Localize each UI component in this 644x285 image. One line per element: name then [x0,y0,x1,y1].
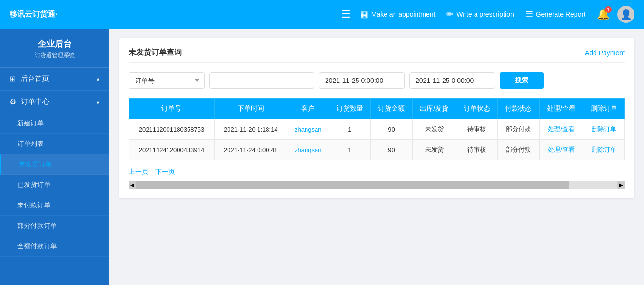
full-paid-label: 全额付款订单 [17,242,57,250]
report-label: Generate Report [536,10,585,18]
sidebar-item-order-list[interactable]: 订单列表 [0,134,109,154]
cell-qty: 1 [329,140,370,160]
sidebar-item-unshipped[interactable]: 未发货订单 [0,154,109,175]
cell-order-status: 待审核 [456,140,497,160]
cell-delete[interactable]: 删除订单 [583,119,625,140]
cell-delivery: 未发货 [412,119,456,140]
appointment-action[interactable]: ▦ Make an appointment [360,9,436,20]
col-order-no: 订单号 [129,99,215,119]
header-actions: ▦ Make an appointment ✏ Write a prescrip… [360,9,585,20]
order-list-label: 订单列表 [17,140,44,147]
appointment-icon: ▦ [360,9,368,20]
cell-delete[interactable]: 删除订单 [583,140,625,160]
notification-button[interactable]: 🔔 1 [597,8,610,20]
cell-delivery: 未发货 [412,140,456,160]
col-amount: 订货金额 [371,99,412,119]
sidebar-item-orders-label: 订单中心 [21,97,50,106]
cell-customer: zhangsan [287,140,329,160]
cell-order-status: 待审核 [456,119,497,140]
col-qty: 订货数量 [329,99,370,119]
next-page-button[interactable]: 下一页 [155,168,175,175]
prescription-action[interactable]: ✏ Write a prescription [446,9,514,20]
sidebar-item-shipped[interactable]: 已发货订单 [0,175,109,195]
report-icon: ☰ [525,9,533,20]
cell-order-time: 2021-11-24 0:00:48 [214,140,287,160]
cell-payment-status: 部分付款 [498,140,539,160]
dashboard-icon: ⊞ [10,74,16,83]
action-button[interactable]: 处理/查看 [548,146,575,153]
avatar[interactable]: 👤 [617,6,634,23]
scroll-right-arrow[interactable]: ▶ [617,181,625,189]
unpaid-label: 未付款订单 [17,201,50,209]
col-delivery: 出库/发货 [412,99,456,119]
unshipped-label: 未发货订单 [19,160,52,168]
app-header: 移讯云订货通· ☰ ▦ Make an appointment ✏ Write … [0,0,644,29]
sidebar-item-dashboard[interactable]: ⊞ 后台首页 ∨ [0,68,109,91]
cell-action[interactable]: 处理/查看 [539,140,583,160]
cell-order-time: 2021-11-20 1:18:14 [214,119,287,140]
cell-qty: 1 [329,119,370,140]
scroll-track[interactable] [136,181,617,189]
col-action: 处理/查看 [539,99,583,119]
cell-action[interactable]: 处理/查看 [539,119,583,140]
orders-icon: ⚙ [10,97,16,106]
cell-amount: 90 [371,119,412,140]
cell-amount: 90 [371,140,412,160]
table-header-row: 订单号 下单时间 客户 订货数量 订货金额 出库/发货 订单状态 付款状态 处理… [129,99,625,119]
delete-button[interactable]: 删除订单 [592,146,616,153]
appointment-label: Make an appointment [371,10,436,18]
table-row: 202111200118035​8753 2021-11-20 1:18:14 … [129,119,625,140]
col-order-status: 订单状态 [456,99,497,119]
search-select[interactable]: 订单号 客户名 商品名 [129,72,205,89]
page-card: 未发货订单查询 Add Payment 订单号 客户名 商品名 搜索 [119,38,634,198]
delete-button[interactable]: 删除订单 [592,125,616,132]
dashboard-arrow-icon: ∨ [96,76,100,82]
scroll-thumb[interactable] [136,181,569,189]
date-start-input[interactable] [319,72,405,89]
orders-table: 订单号 下单时间 客户 订货数量 订货金额 出库/发货 订单状态 付款状态 处理… [129,98,625,160]
cell-customer: zhangsan [287,119,329,140]
cell-payment-status: 部分付款 [498,119,539,140]
page-title: 未发货订单查询 [129,48,182,58]
col-delete: 删除订单 [583,99,625,119]
app-logo: 移讯云订货通· [10,10,119,20]
sidebar-brand-title: 企业后台 [8,38,102,50]
search-bar: 订单号 客户名 商品名 搜索 [129,72,625,89]
main-content: 未发货订单查询 Add Payment 订单号 客户名 商品名 搜索 [109,29,644,285]
pagination: 上一页 下一页 [129,168,625,176]
new-order-label: 新建订单 [17,119,44,127]
col-payment-status: 付款状态 [498,99,539,119]
sidebar-brand-subtitle: 订货通管理系统 [8,51,102,60]
header-right: 🔔 1 👤 [597,6,634,23]
page-header: 未发货订单查询 Add Payment [129,48,625,63]
horizontal-scrollbar[interactable]: ◀ ▶ [129,181,625,189]
add-payment-link[interactable]: Add Payment [585,49,625,57]
date-end-input[interactable] [409,72,495,89]
orders-arrow-icon: ∨ [96,99,100,105]
menu-toggle-icon[interactable]: ☰ [341,8,351,20]
search-button[interactable]: 搜索 [500,72,544,89]
partial-paid-label: 部分付款订单 [17,222,57,229]
search-input[interactable] [209,72,314,89]
sidebar: 企业后台 订货通管理系统 ⊞ 后台首页 ∨ ⚙ 订单中心 ∨ 新建订单 订单列表… [0,29,109,285]
prev-page-button[interactable]: 上一页 [129,168,149,175]
notification-badge: 1 [605,6,612,13]
shipped-label: 已发货订单 [17,181,50,188]
cell-order-no: 202111241​2000433914 [129,140,215,160]
sidebar-item-unpaid[interactable]: 未付款订单 [0,195,109,216]
avatar-icon: 👤 [620,9,632,20]
prescription-icon: ✏ [446,9,454,20]
cell-order-no: 202111200118035​8753 [129,119,215,140]
sidebar-item-full-paid[interactable]: 全额付款订单 [0,236,109,257]
sidebar-item-orders[interactable]: ⚙ 订单中心 ∨ [0,91,109,113]
table-row: 202111241​2000433914 2021-11-24 0:00:48 … [129,140,625,160]
col-customer: 客户 [287,99,329,119]
report-action[interactable]: ☰ Generate Report [525,9,585,20]
sidebar-item-new-order[interactable]: 新建订单 [0,113,109,134]
action-button[interactable]: 处理/查看 [548,125,575,132]
sidebar-item-partial-paid[interactable]: 部分付款订单 [0,216,109,236]
sidebar-brand: 企业后台 订货通管理系统 [0,29,109,68]
prescription-label: Write a prescription [456,10,514,18]
scroll-left-arrow[interactable]: ◀ [129,181,136,189]
sidebar-item-dashboard-label: 后台首页 [20,74,49,83]
